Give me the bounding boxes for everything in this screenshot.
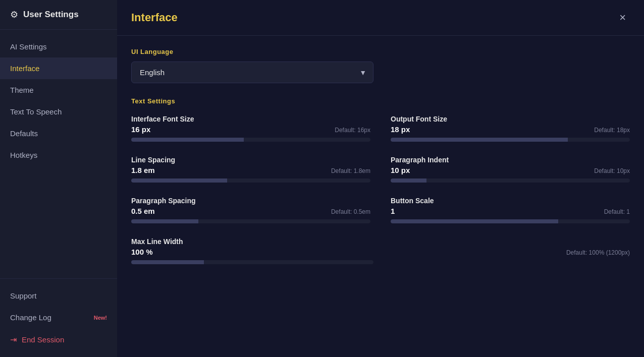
settings-grid: Interface Font Size 16 px Default: 16px … bbox=[131, 115, 630, 264]
sidebar-header: ⚙ User Settings bbox=[0, 0, 117, 30]
sidebar-item-interface[interactable]: Interface bbox=[0, 57, 117, 79]
text-settings-section-label: Text Settings bbox=[131, 97, 630, 105]
setting-label: Line Spacing bbox=[131, 156, 370, 164]
language-select[interactable]: English bbox=[131, 62, 373, 83]
setting-default: Default: 1.8em bbox=[331, 167, 370, 174]
end-session-label: End Session bbox=[22, 335, 64, 344]
ui-language-section-label: UI Language bbox=[131, 48, 630, 55]
setting-value: 0.5 em bbox=[131, 207, 155, 215]
setting-interface-font-size: Interface Font Size 16 px Default: 16px bbox=[131, 115, 370, 142]
slider-button-scale[interactable] bbox=[391, 219, 630, 223]
main-panel: Interface × UI Language English ▼ Text S… bbox=[117, 0, 644, 357]
setting-paragraph-indent: Paragraph Indent 10 px Default: 10px bbox=[391, 156, 630, 183]
setting-value: 1.8 em bbox=[131, 166, 155, 174]
setting-value: 1 bbox=[391, 207, 395, 215]
sidebar-item-label: Text To Speech bbox=[10, 107, 62, 116]
setting-value: 18 px bbox=[391, 125, 410, 134]
setting-value-row: 1.8 em Default: 1.8em bbox=[131, 166, 370, 174]
sidebar-item-label: Support bbox=[10, 291, 37, 300]
main-body: UI Language English ▼ Text Settings Inte… bbox=[117, 36, 644, 357]
setting-value-row: 100 % Default: 100% (1200px) bbox=[131, 248, 630, 256]
sidebar-item-theme[interactable]: Theme bbox=[0, 79, 117, 101]
slider-line-spacing[interactable] bbox=[131, 178, 370, 183]
setting-value-row: 18 px Default: 18px bbox=[391, 125, 630, 134]
sidebar-item-support[interactable]: Support bbox=[0, 285, 117, 307]
setting-line-spacing: Line Spacing 1.8 em Default: 1.8em bbox=[131, 156, 370, 183]
setting-button-scale: Button Scale 1 Default: 1 bbox=[391, 197, 630, 223]
setting-label: Paragraph Indent bbox=[391, 156, 630, 164]
new-badge: New! bbox=[94, 315, 107, 321]
setting-default: Default: 18px bbox=[594, 127, 630, 134]
setting-paragraph-spacing: Paragraph Spacing 0.5 em Default: 0.5em bbox=[131, 197, 370, 223]
sidebar-item-change-log[interactable]: Change Log New! bbox=[0, 307, 117, 328]
sidebar-item-ai-settings[interactable]: AI Settings bbox=[0, 36, 117, 57]
page-title: Interface bbox=[131, 11, 178, 24]
setting-output-font-size: Output Font Size 18 px Default: 18px bbox=[391, 115, 630, 142]
main-header: Interface × bbox=[117, 0, 644, 36]
language-select-wrapper: English ▼ bbox=[131, 62, 373, 83]
setting-value: 100 % bbox=[131, 248, 153, 256]
setting-max-line-width: Max Line Width 100 % Default: 100% (1200… bbox=[131, 237, 630, 264]
sidebar-bottom: Support Change Log New! ⇥ End Session bbox=[0, 278, 117, 357]
setting-label: Button Scale bbox=[391, 197, 630, 205]
setting-default: Default: 1 bbox=[604, 208, 630, 215]
setting-default: Default: 0.5em bbox=[331, 208, 370, 215]
slider-output-font-size[interactable] bbox=[391, 138, 630, 142]
setting-label: Max Line Width bbox=[131, 237, 630, 246]
sidebar-item-label: Theme bbox=[10, 86, 34, 94]
sidebar-item-label: Change Log bbox=[10, 313, 51, 322]
setting-label: Interface Font Size bbox=[131, 115, 370, 123]
setting-value-row: 16 px Default: 16px bbox=[131, 125, 370, 134]
sidebar-item-text-to-speech[interactable]: Text To Speech bbox=[0, 101, 117, 123]
setting-default: Default: 100% (1200px) bbox=[566, 249, 630, 256]
sidebar-item-label: AI Settings bbox=[10, 42, 47, 51]
slider-paragraph-spacing[interactable] bbox=[131, 219, 370, 223]
slider-max-line-width[interactable] bbox=[131, 260, 373, 264]
end-session-icon: ⇥ bbox=[10, 335, 17, 344]
slider-paragraph-indent[interactable] bbox=[391, 178, 630, 183]
close-button[interactable]: × bbox=[615, 10, 630, 25]
setting-label: Paragraph Spacing bbox=[131, 197, 370, 205]
sidebar-item-hotkeys[interactable]: Hotkeys bbox=[0, 144, 117, 166]
setting-default: Default: 16px bbox=[335, 127, 370, 134]
sidebar-item-defaults[interactable]: Defaults bbox=[0, 123, 117, 144]
gear-icon: ⚙ bbox=[10, 9, 18, 20]
sidebar-nav: AI Settings Interface Theme Text To Spee… bbox=[0, 30, 117, 278]
sidebar: ⚙ User Settings AI Settings Interface Th… bbox=[0, 0, 117, 357]
sidebar-title: User Settings bbox=[23, 10, 79, 20]
sidebar-item-label: Interface bbox=[10, 64, 39, 73]
setting-value: 10 px bbox=[391, 166, 410, 174]
slider-interface-font-size[interactable] bbox=[131, 138, 370, 142]
setting-value-row: 0.5 em Default: 0.5em bbox=[131, 207, 370, 215]
setting-label: Output Font Size bbox=[391, 115, 630, 123]
end-session-button[interactable]: ⇥ End Session bbox=[0, 328, 117, 351]
setting-value: 16 px bbox=[131, 125, 150, 134]
sidebar-item-label: Defaults bbox=[10, 129, 38, 138]
setting-value-row: 1 Default: 1 bbox=[391, 207, 630, 215]
setting-value-row: 10 px Default: 10px bbox=[391, 166, 630, 174]
setting-default: Default: 10px bbox=[594, 167, 630, 174]
sidebar-item-label: Hotkeys bbox=[10, 151, 37, 159]
